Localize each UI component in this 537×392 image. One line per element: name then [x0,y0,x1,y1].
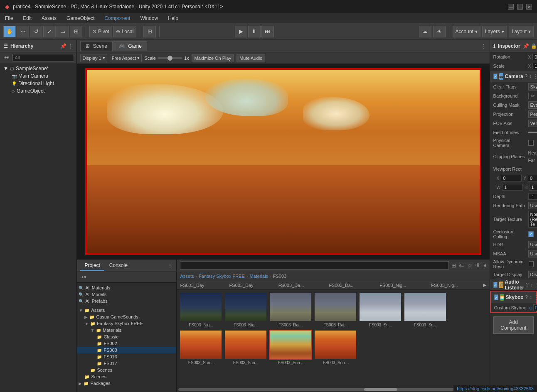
fov-slider[interactable] [528,132,537,133]
account-dropdown[interactable]: Account ▾ [453,26,480,37]
camera-help-btn[interactable]: ? [525,74,528,79]
hierarchy-search[interactable] [12,54,74,61]
scene-more-button[interactable]: ⋮ [480,43,486,49]
asset-fs003-sun-selected[interactable]: FS003_Sun... [270,331,311,365]
skybox-enabled[interactable] [494,294,498,300]
color-picker-icon[interactable]: ✏ [531,93,535,99]
asset-search-input[interactable] [180,261,449,270]
add-component-button[interactable]: Add Component [493,316,534,334]
asset-star-btn[interactable]: ☆ [467,262,473,269]
hier-main-camera[interactable]: 📷 Main Camera [0,72,76,80]
menu-edit[interactable]: Edit [21,15,33,22]
asset-fs003-nig2[interactable]: FS003_Nig... [225,293,266,327]
asset-fs003-sn1[interactable]: FS003_Sn... [360,293,401,327]
proj-all-materials[interactable]: 🔍 All Materials [77,284,176,291]
step-button[interactable]: ⏭ [261,26,274,37]
audio-listener-enabled[interactable] [493,282,498,288]
minimize-button[interactable]: — [508,4,514,10]
menu-gameobject[interactable]: GameObject [65,15,96,22]
asset-fs003-sn2[interactable]: FS003_Sn... [404,293,446,327]
tool-rect[interactable]: ▭ [57,26,69,37]
asset-fs003-sun1[interactable]: FS003_Sun... [180,331,222,365]
close-button[interactable]: ✕ [526,4,532,10]
play-button[interactable]: ▶ [235,26,247,37]
depth-value[interactable]: -1 [528,193,537,200]
inspector-pin-icon[interactable]: 📌 [523,43,529,49]
asset-tag-btn[interactable]: 🏷 [459,262,465,269]
allow-dynamic-reso-checkbox[interactable] [529,261,534,267]
proj-materials[interactable]: ▼ 📁 Materials [77,327,176,333]
asset-fs003-sun3[interactable]: FS003_Sun... [315,331,356,365]
hier-sample-scene[interactable]: ▼ ⬡ SampleScene* [0,65,76,72]
asset-eye-btn[interactable]: 👁 [475,262,481,269]
proj-classic[interactable]: 📁 Classic [77,333,176,340]
custom-tool[interactable]: ⊞ [143,26,156,37]
rotation-x-value[interactable]: 0 [532,54,537,60]
breadcrumb-assets[interactable]: Assets [180,274,194,279]
menu-help[interactable]: Help [166,15,180,22]
skybox-more-btn[interactable]: ⋮ [534,294,537,300]
layers-dropdown[interactable]: Layers ▾ [482,26,507,37]
proj-assets[interactable]: ▼ 📁 Assets [77,307,176,314]
proj-fantasy-skybox[interactable]: ▼ 📁 Fantasy Skybox FREE [77,320,176,327]
menu-file[interactable]: File [3,15,15,22]
proj-fs002[interactable]: 📁 FS002 [77,340,176,347]
rendering-path-dropdown[interactable]: Use Graphics Set ▾ [528,202,537,209]
breadcrumb-fantasy[interactable]: Fantasy Skybox FREE [199,274,245,279]
hier-gameobject[interactable]: ◇ GameObject [0,87,76,95]
mute-audio-button[interactable]: Mute Audio [236,54,265,62]
audio-help-btn[interactable]: ? [526,282,529,288]
project-more-button[interactable]: ⋮ [167,262,173,269]
tab-scene[interactable]: ⊞ Scene [80,41,112,51]
maximize-on-play-button[interactable]: Maximize On Play [192,54,234,62]
viewport-y-value[interactable]: 0 [528,175,537,181]
fov-axis-dropdown[interactable]: Vertical ▾ [528,120,537,127]
audio-listener-header[interactable]: 🎵 Audio Listener ? ↕ ⋮ [490,279,537,291]
clear-flags-dropdown[interactable]: Skybox ▾ [528,83,537,91]
msaa-dropdown[interactable]: Use Graphics Set ▾ [528,250,537,257]
occlusion-culling-checkbox[interactable] [528,231,534,237]
layout-dropdown[interactable]: Layout ▾ [509,26,534,37]
tool-scale[interactable]: ⤢ [43,26,56,37]
cloud-icon[interactable]: ☁ [419,26,431,37]
asset-fs003-sun2[interactable]: FS003_Sun... [225,331,266,365]
aspect-dropdown[interactable]: Free Aspect ▾ [110,54,142,62]
projection-dropdown[interactable]: Perspective ▾ [528,110,537,118]
audio-settings-btn[interactable]: ↕ [530,282,533,288]
proj-packages[interactable]: ▶ 📁 Packages [77,380,176,387]
culling-mask-dropdown[interactable]: Everything ▾ [528,101,537,109]
camera-more-btn[interactable]: ⋮ [533,74,537,79]
proj-casual-sounds[interactable]: ▶ 📁 CasualGameSounds [77,314,176,320]
background-color-swatch[interactable] [528,93,529,99]
skybox-help-btn[interactable]: ? [525,294,528,300]
target-display-dropdown[interactable]: Display 1 ▾ [528,271,537,278]
custom-skybox-value[interactable]: FS003_Sunset [533,304,537,311]
asset-fs003-rai2[interactable]: FS003_Rai... [315,293,356,327]
tab-console[interactable]: Console [105,261,132,271]
tab-project[interactable]: Project [80,261,104,271]
camera-section-header[interactable]: 📷 Camera ? ↕ ⋮ [490,71,537,82]
camera-enabled-checkbox[interactable] [493,74,498,79]
physical-camera-checkbox[interactable] [528,140,534,146]
pivot-button[interactable]: ⊙Pivot [89,26,112,37]
tab-game[interactable]: 🎮 Game [113,41,147,51]
tool-rotate[interactable]: ↺ [30,26,42,37]
proj-fs013[interactable]: 📁 FS013 [77,353,176,360]
hdr-dropdown[interactable]: Use Graphics Set ▾ [528,241,537,248]
audio-more-btn[interactable]: ⋮ [535,282,537,288]
add-object-button[interactable]: +▾ [2,54,11,61]
pause-button[interactable]: ⏸ [248,26,261,37]
skybox-header[interactable]: 🌅 Skybox ? ↕ ⋮ [491,292,536,303]
tool-combined[interactable]: ⊞ [70,26,82,37]
scale-slider[interactable] [158,57,182,59]
tool-move[interactable]: ⊹ [17,26,29,37]
asset-filter-btn[interactable]: ⊞ [451,262,456,269]
breadcrumb-materials[interactable]: Materials [249,274,268,279]
maximize-button[interactable]: □ [517,4,523,10]
proj-all-models[interactable]: 🔍 All Models [77,291,176,298]
scale-x-value[interactable]: 1 [532,63,537,69]
viewport-x-value[interactable]: 0 [501,175,522,181]
display-dropdown[interactable]: Display 1 ▾ [80,54,107,62]
proj-fs003[interactable]: 📁 FS003 [77,347,176,353]
hier-directional-light[interactable]: 💡 Directional Light [0,80,76,87]
